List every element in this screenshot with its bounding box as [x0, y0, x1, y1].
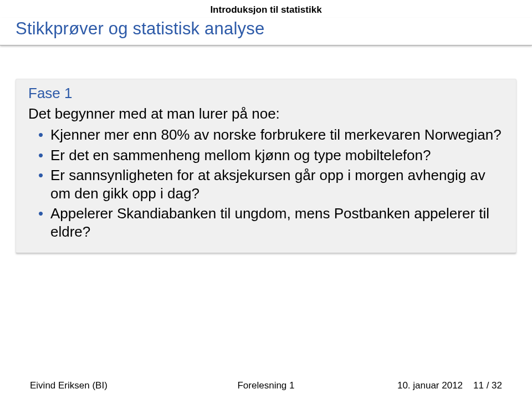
footer: Eivind Eriksen (BI) Forelesning 1 10. ja… — [0, 380, 532, 391]
footer-center: Forelesning 1 — [187, 380, 345, 391]
footer-date: 10. januar 2012 — [397, 380, 463, 391]
slide: Introduksjon til statistikk Stikkprøver … — [0, 0, 532, 399]
block-title: Fase 1 — [28, 85, 504, 102]
list-item: Er sannsynligheten for at aksjekursen gå… — [38, 166, 504, 202]
page-title: Stikkprøver og statistisk analyse — [0, 18, 532, 39]
content-block: Fase 1 Det begynner med at man lurer på … — [16, 79, 516, 253]
list-item: Kjenner mer enn 80% av norske forbrukere… — [38, 126, 504, 144]
footer-right: 10. januar 2012 11 / 32 — [345, 380, 502, 391]
breadcrumb: Introduksjon til statistikk — [0, 4, 532, 16]
bullet-list: Kjenner mer enn 80% av norske forbrukere… — [28, 126, 504, 241]
title-row: Stikkprøver og statistisk analyse — [0, 18, 532, 45]
page-current: 11 — [473, 380, 484, 391]
list-item: Er det en sammenheng mellom kjønn og typ… — [38, 146, 504, 165]
footer-author: Eivind Eriksen (BI) — [30, 380, 187, 391]
list-item: Appelerer Skandiabanken til ungdom, mens… — [38, 204, 504, 241]
block-intro: Det begynner med at man lurer på noe: — [28, 105, 504, 122]
page-sep: / — [484, 380, 492, 391]
page-total: 32 — [492, 380, 502, 391]
